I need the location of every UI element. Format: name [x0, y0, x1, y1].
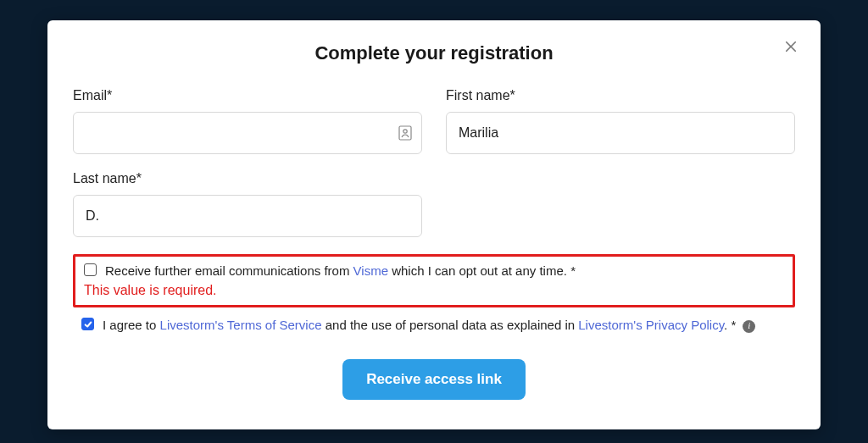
email-label: Email* — [73, 88, 422, 103]
consent-terms-text: I agree to Livestorm's Terms of Service … — [103, 316, 755, 334]
registration-modal: Complete your registration Email* First … — [47, 20, 821, 429]
consent-terms-pre: I agree to — [103, 318, 160, 332]
consent-email-checkbox[interactable] — [84, 263, 97, 276]
brand-link[interactable]: Visme — [353, 263, 388, 278]
consent-email-error: This value is required. — [84, 283, 784, 298]
last-name-field-group: Last name* — [73, 171, 422, 237]
email-field[interactable] — [73, 112, 422, 154]
first-name-field[interactable] — [446, 112, 795, 154]
first-name-field-group: First name* — [446, 88, 795, 154]
info-icon[interactable]: i — [743, 320, 755, 333]
consent-email-post: which I can opt out at any time. * — [388, 263, 576, 278]
last-name-field[interactable] — [73, 195, 422, 237]
svg-point-3 — [403, 130, 407, 133]
receive-access-link-button[interactable]: Receive access link — [342, 359, 526, 400]
contact-card-icon — [398, 125, 412, 141]
privacy-link[interactable]: Livestorm's Privacy Policy — [578, 318, 724, 332]
first-name-label: First name* — [446, 88, 795, 103]
tos-link[interactable]: Livestorm's Terms of Service — [160, 318, 322, 332]
consent-email-pre: Receive further email communications fro… — [105, 263, 353, 278]
consent-terms-post: . * — [724, 318, 739, 332]
consent-email-error-box: Receive further email communications fro… — [73, 254, 795, 307]
close-icon[interactable] — [783, 39, 798, 54]
consent-terms-mid: and the use of personal data as explaine… — [322, 318, 579, 332]
consent-email-text: Receive further email communications fro… — [105, 262, 576, 280]
consent-terms-checkbox[interactable] — [81, 318, 94, 330]
modal-title: Complete your registration — [73, 42, 795, 64]
email-field-group: Email* — [73, 88, 422, 154]
last-name-label: Last name* — [73, 171, 422, 186]
